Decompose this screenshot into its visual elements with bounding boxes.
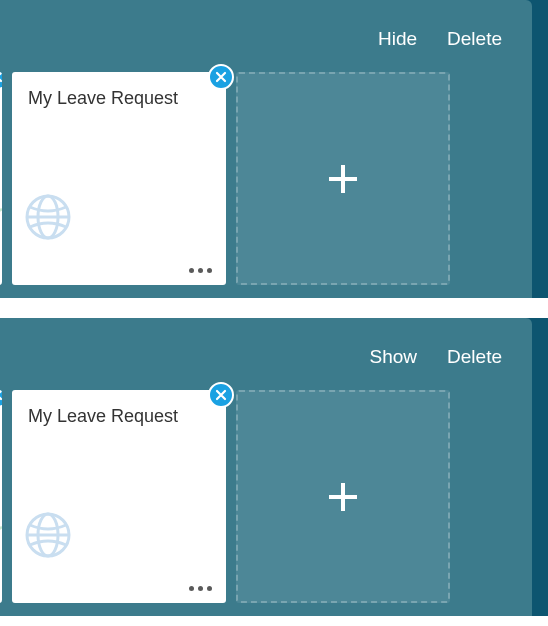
group-inner: Show Delete asks 56 My Leave Re [0,318,532,616]
add-tile-button[interactable] [236,390,450,603]
mini-chart: 56 [0,459,2,559]
group-inner: Hide Delete asks 56 [0,0,532,298]
tile-leave-request[interactable]: My Leave Request [12,72,226,285]
panel-separator [0,298,548,318]
remove-tile-button[interactable] [208,382,234,408]
tile-menu[interactable] [189,586,212,591]
tiles-row: asks 56 My Leave Request [0,390,450,603]
tile-tasks-partial[interactable]: asks 56 [0,390,2,603]
tile-tasks-partial[interactable]: asks 56 [0,72,2,285]
tile-menu[interactable] [189,268,212,273]
show-action[interactable]: Show [370,346,418,368]
group-panel: Show Delete asks 56 My Leave Re [0,318,548,616]
tiles-row: asks 56 My Leave Request [0,72,450,285]
globe-icon [24,193,72,241]
hide-action[interactable]: Hide [378,28,417,50]
remove-tile-button[interactable] [0,390,2,408]
group-panel: Hide Delete asks 56 [0,0,548,298]
tile-title: My Leave Request [28,88,210,110]
group-toolbar: Show Delete [0,318,532,384]
add-tile-button[interactable] [236,72,450,285]
plus-icon [323,159,363,199]
close-icon [215,71,227,83]
globe-icon [24,511,72,559]
remove-tile-button[interactable] [0,72,2,90]
group-toolbar: Hide Delete [0,0,532,66]
mini-chart: 56 [0,141,2,241]
delete-action[interactable]: Delete [447,346,502,368]
tile-title: My Leave Request [28,406,210,428]
delete-action[interactable]: Delete [447,28,502,50]
tile-leave-request[interactable]: My Leave Request [12,390,226,603]
close-icon [0,390,2,401]
remove-tile-button[interactable] [208,64,234,90]
close-icon [0,72,2,83]
close-icon [215,389,227,401]
plus-icon [323,477,363,517]
